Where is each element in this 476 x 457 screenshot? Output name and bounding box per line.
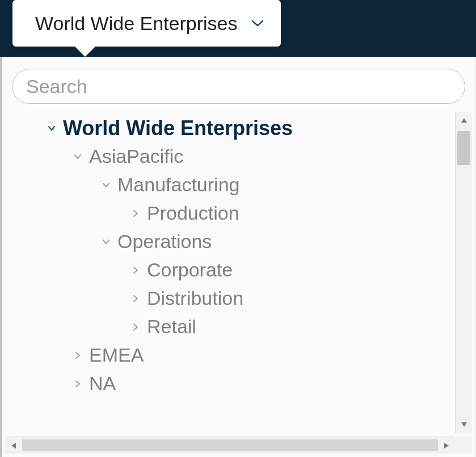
scrollbar-thumb[interactable] [22, 439, 438, 451]
scroll-right-arrow[interactable] [438, 437, 455, 454]
tree-node-asiapacific[interactable]: AsiaPacific [5, 142, 453, 171]
scroll-down-arrow[interactable] [456, 416, 472, 433]
tree-node-distribution[interactable]: Distribution [5, 284, 453, 313]
content-area: World Wide Enterprises AsiaPacific Manuf… [5, 112, 472, 454]
svg-marker-3 [444, 443, 449, 448]
top-bar: World Wide Enterprises [0, 0, 476, 57]
tree-node-na[interactable]: NA [5, 370, 453, 398]
org-selector-label: World Wide Enterprises [35, 12, 238, 35]
tree-node-operations[interactable]: Operations [5, 228, 453, 256]
tree-node-label: AsiaPacific [89, 143, 183, 170]
tree-node-label: World Wide Enterprises [63, 114, 293, 142]
chevron-right-icon [124, 295, 147, 303]
tree-node-label: Manufacturing [117, 171, 239, 199]
tree-node-label: Corporate [147, 257, 233, 284]
chevron-down-icon [66, 153, 89, 161]
vertical-scrollbar[interactable] [455, 112, 472, 433]
scrollbar-thumb[interactable] [457, 131, 470, 165]
scroll-left-arrow[interactable] [5, 437, 22, 454]
chevron-right-icon [66, 351, 89, 359]
org-tree: World Wide Enterprises AsiaPacific Manuf… [5, 114, 453, 431]
tree-node-corporate[interactable]: Corporate [5, 256, 453, 284]
org-selector[interactable]: World Wide Enterprises [12, 0, 281, 47]
tree-node-label: EMEA [89, 342, 144, 369]
tree-node-label: Retail [147, 313, 196, 341]
chevron-down-icon [95, 181, 117, 189]
tree-node-label: Production [147, 200, 239, 227]
tree-node-label: Operations [117, 228, 212, 255]
panel-inner: World Wide Enterprises AsiaPacific Manuf… [0, 57, 476, 457]
svg-marker-1 [461, 422, 467, 427]
tree-node-manufacturing[interactable]: Manufacturing [5, 171, 453, 199]
scrollbar-corner [455, 437, 472, 454]
tree-node-label: NA [89, 370, 116, 397]
horizontal-scrollbar[interactable] [5, 437, 455, 454]
chevron-down-icon [251, 19, 264, 27]
tree-node-label: Distribution [147, 285, 243, 312]
tree-node-root[interactable]: World Wide Enterprises [5, 114, 453, 142]
chevron-down-icon [40, 124, 63, 132]
chevron-down-icon [95, 238, 117, 246]
chevron-right-icon [124, 266, 147, 274]
tree-node-emea[interactable]: EMEA [5, 341, 453, 370]
search-container [2, 57, 475, 110]
chevron-right-icon [124, 209, 147, 217]
search-input[interactable] [12, 69, 465, 104]
scroll-up-arrow[interactable] [456, 112, 472, 129]
tree-node-production[interactable]: Production [5, 199, 453, 228]
svg-marker-0 [461, 118, 467, 123]
chevron-right-icon [124, 323, 147, 331]
svg-marker-2 [11, 443, 16, 448]
dropdown-panel: World Wide Enterprises AsiaPacific Manuf… [0, 57, 476, 457]
chevron-right-icon [66, 380, 89, 388]
tree-node-retail[interactable]: Retail [5, 313, 453, 341]
